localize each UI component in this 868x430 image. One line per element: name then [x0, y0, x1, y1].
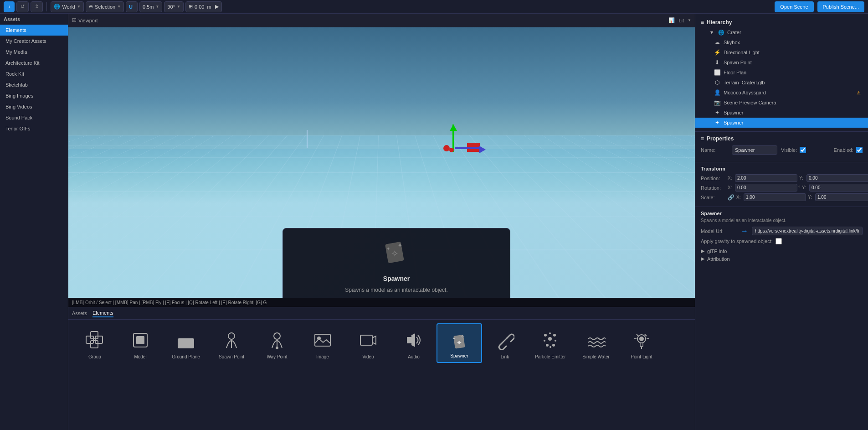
spawner-2-label: Spawner: [724, 120, 743, 125]
rotation-y-input[interactable]: [809, 184, 868, 192]
hierarchy-item-skybox[interactable]: ☁ Skybox: [695, 37, 868, 47]
elements-grid: Group Model: [68, 320, 695, 430]
sky-background: [68, 27, 695, 149]
svg-point-29: [544, 340, 545, 342]
hierarchy-item-scene-preview[interactable]: 📷 Scene Preview Camera: [695, 98, 868, 108]
open-scene-button[interactable]: Open Scene: [775, 1, 813, 12]
chevron-right-icon-2: ▶: [701, 256, 704, 262]
element-video[interactable]: Video: [345, 323, 391, 363]
terrain-label: Terrain_Craterl.glb: [724, 80, 765, 85]
viewport-right-area: 📊 Lit ▼: [668, 17, 691, 23]
selection-dropdown[interactable]: ⊕ Selection ▼: [86, 1, 124, 12]
simple-water-icon: [585, 329, 607, 352]
sidebar-item-sketchfab[interactable]: Sketchfab: [0, 79, 68, 90]
lit-dropdown-arrow[interactable]: ▼: [688, 18, 691, 22]
svg-rect-5: [91, 332, 98, 339]
element-way-point[interactable]: Way Point: [254, 323, 300, 363]
sphere-1: [443, 145, 450, 151]
play-icon: ▶: [215, 4, 219, 10]
attribution-row[interactable]: ▶ Attribution: [701, 255, 863, 263]
toolbar-right: Open Scene Publish Scene...: [775, 1, 864, 12]
image-label: Image: [316, 354, 329, 359]
way-point-label: Way Point: [267, 354, 287, 359]
unity-icon: U: [129, 4, 133, 10]
spawn-point-label: Spawn Point: [219, 354, 244, 359]
grid-dropdown[interactable]: ⊞ 0.00 m ▶: [185, 1, 222, 12]
model-url-input[interactable]: [752, 227, 863, 235]
element-image[interactable]: Image: [300, 323, 345, 363]
coord-unit: m: [207, 4, 211, 10]
chevron-down-icon-4: ▼: [156, 5, 159, 9]
hierarchy-item-terrain[interactable]: ⬡ Terrain_Craterl.glb: [695, 78, 868, 88]
unity-dropdown[interactable]: U: [126, 1, 138, 12]
transform-gizmo[interactable]: [432, 122, 487, 177]
particle-emitter-icon: [539, 329, 562, 352]
element-particle-emitter[interactable]: Particle Emitter: [528, 323, 573, 363]
element-audio[interactable]: Audio: [391, 323, 437, 363]
spawner-h-icon-2: ✦: [714, 119, 721, 126]
svg-point-36: [639, 337, 644, 341]
hierarchy-item-spawner-2[interactable]: ✦ Spawner: [695, 118, 868, 128]
position-y-field: Y:: [799, 174, 868, 182]
element-link[interactable]: Link: [482, 323, 528, 363]
hierarchy-item-mococo[interactable]: 👤 Mococo Abyssgard ⚠: [695, 88, 868, 98]
z-axis-arrow: [455, 147, 480, 149]
sidebar-item-bing-images[interactable]: Bing Images: [0, 90, 68, 101]
name-input[interactable]: [732, 145, 777, 155]
hierarchy-item-spawn-point[interactable]: ⬇ Spawn Point: [695, 57, 868, 67]
hierarchy-item-directional-light[interactable]: ⚡ Directional Light: [695, 47, 868, 57]
enabled-checkbox[interactable]: [856, 147, 863, 153]
sidebar-item-my-media[interactable]: My Media: [0, 47, 68, 57]
camera-icon: 📷: [714, 99, 721, 106]
hierarchy-item-crater[interactable]: ▾ 🌐 Crater: [695, 27, 868, 37]
hierarchy-item-floor-plan[interactable]: ⬜ Floor Plan: [695, 67, 868, 78]
sidebar-item-architecture-kit[interactable]: Architecture Kit: [0, 57, 68, 68]
element-ground-plane[interactable]: Ground Plane: [163, 323, 209, 363]
scale-label: Scale:: [701, 195, 726, 200]
terrain-icon: ⬡: [714, 79, 721, 86]
particle-emitter-label: Particle Emitter: [535, 354, 566, 359]
element-point-light[interactable]: Point Light: [619, 323, 664, 363]
world-dropdown[interactable]: 🌐 World ▼: [51, 1, 83, 12]
element-simple-water[interactable]: Simple Water: [573, 323, 619, 363]
sidebar-item-sound-pack[interactable]: Sound Pack: [0, 112, 68, 123]
tab-assets[interactable]: Assets: [72, 310, 87, 317]
angle-dropdown[interactable]: 90° ▼: [164, 1, 184, 12]
chart-icon: 📊: [668, 17, 675, 23]
svg-point-26: [544, 334, 547, 337]
svg-rect-19: [360, 335, 372, 345]
viewport-3d[interactable]: ✧ ✦ ✦ Spawner Spawns a model as an inter…: [68, 27, 695, 298]
gltf-info-row[interactable]: ▶ glTF Info: [701, 247, 863, 255]
sidebar-item-elements[interactable]: Elements: [0, 25, 68, 36]
element-spawn-point[interactable]: Spawn Point: [209, 323, 254, 363]
spawner-component-section: Spawner Spawns a model as an interactabl…: [695, 207, 868, 266]
element-group[interactable]: Group: [72, 323, 118, 363]
sidebar-item-rock-kit[interactable]: Rock Kit: [0, 68, 68, 79]
position-x-field: X:: [728, 174, 797, 182]
gravity-checkbox[interactable]: [776, 238, 782, 244]
rotation-x-input[interactable]: [735, 184, 797, 192]
visible-group: Visible:: [781, 147, 806, 153]
sidebar-item-my-creator-assets[interactable]: My Creator Assets: [0, 36, 68, 47]
element-spawner[interactable]: ✦ ✧ ✦ Spawner: [437, 323, 482, 363]
add-button[interactable]: +: [4, 1, 15, 12]
move-button[interactable]: ⇕: [31, 1, 43, 12]
svg-line-41: [637, 334, 638, 336]
svg-point-28: [553, 334, 556, 337]
sidebar-item-tenor-gifs[interactable]: Tenor GIFs: [0, 123, 68, 134]
tab-elements[interactable]: Elements: [92, 309, 113, 317]
unit-dropdown[interactable]: 0.5m ▼: [139, 1, 162, 12]
transform-section: Transform Position: X: Y: Z: Rot: [695, 162, 868, 207]
selection-label: Selection: [95, 4, 115, 10]
properties-icon: ≡: [701, 135, 704, 142]
position-x-input[interactable]: [735, 174, 797, 182]
publish-scene-button[interactable]: Publish Scene...: [817, 1, 865, 12]
sidebar-item-bing-videos[interactable]: Bing Videos: [0, 101, 68, 112]
position-y-input[interactable]: [806, 174, 868, 182]
scale-y-input[interactable]: [815, 193, 868, 201]
scale-x-input[interactable]: [744, 193, 806, 201]
visible-checkbox[interactable]: [800, 147, 806, 153]
element-model[interactable]: Model: [118, 323, 163, 363]
refresh-button[interactable]: ↺: [16, 1, 29, 12]
hierarchy-item-spawner-1[interactable]: ✦ Spawner: [695, 108, 868, 118]
